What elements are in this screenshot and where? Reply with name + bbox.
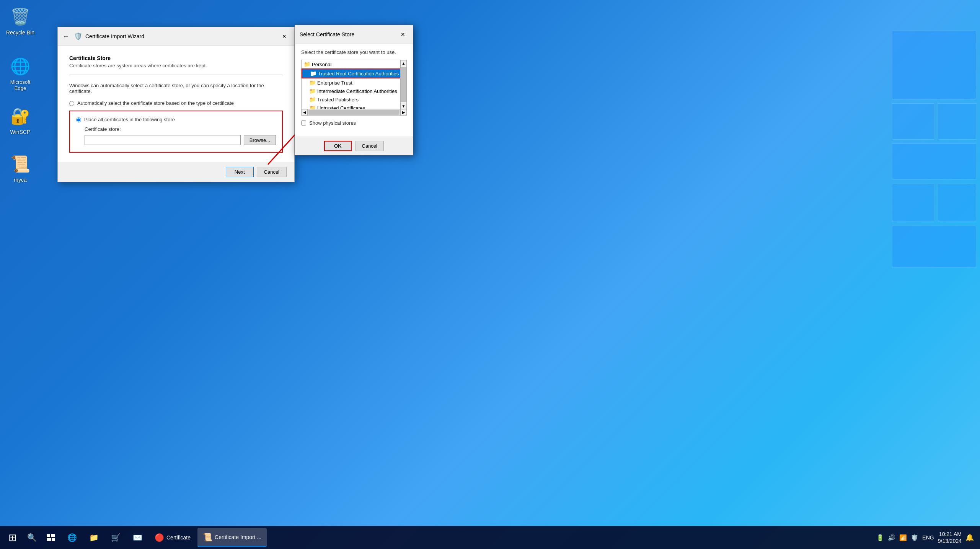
search-button[interactable]: 🔍	[22, 528, 41, 547]
svg-rect-3	[51, 534, 55, 537]
tree-item-trusted-publishers[interactable]: 📁 Trusted Publishers	[302, 95, 406, 104]
edge-label: MicrosoftEdge	[10, 79, 31, 91]
wizard-back-button[interactable]: ←	[62, 33, 69, 41]
tree-item-intermediate-ca[interactable]: 📁 Intermediate Certification Authorities	[302, 87, 406, 95]
wizard-store-box: Place all certificates in the following …	[69, 111, 283, 153]
wizard-browse-button[interactable]: Browse...	[244, 135, 276, 145]
svg-rect-5	[52, 538, 55, 541]
desktop-icon-recycle-bin[interactable]: 🗑️ Recycle Bin	[3, 4, 38, 38]
winscp-label: WinSCP	[10, 129, 31, 135]
h-scroll-right[interactable]: ▶	[400, 109, 406, 116]
cert-store-physical-stores-checkbox[interactable]	[301, 121, 306, 125]
cert-store-scrollbar[interactable]: ▲ ▼	[400, 60, 406, 109]
wizard-radio-auto-label: Automatically select the certificate sto…	[77, 100, 234, 106]
recycle-bin-icon: 🗑️	[10, 6, 31, 27]
taskbar: ⊞ 🔍 🌐 📁 🛒 ✉️ 🔴	[0, 526, 980, 549]
taskbar-clock[interactable]: 10:21 AM 9/13/2024	[938, 531, 962, 544]
cert-store-content: Select the certificate store you want to…	[295, 44, 413, 137]
cert-store-title: Select Certificate Store	[300, 31, 398, 37]
desktop-icon-edge[interactable]: 🌐 MicrosoftEdge	[3, 54, 38, 93]
taskbar-app-explorer[interactable]: 📁	[84, 528, 104, 547]
scroll-down-arrow[interactable]: ▼	[401, 103, 407, 109]
wizard-content: Certificate Store Certificate stores are…	[58, 46, 294, 162]
tree-item-personal-label: Personal	[312, 62, 331, 67]
wizard-radio-place-label: Place all certificates in the following …	[84, 117, 175, 122]
explorer-taskbar-icon: 📁	[89, 533, 99, 542]
desktop-icon-myca[interactable]: 📜 myca	[3, 151, 38, 186]
wizard-radio-auto-input[interactable]	[69, 101, 74, 106]
myca-label: myca	[14, 177, 26, 183]
cert-store-tree[interactable]: 📁 Personal 📁 Trusted Root Certification …	[301, 60, 407, 109]
network-icon: 📶	[899, 534, 907, 541]
taskbar-certificate-label: Certificate	[166, 534, 191, 541]
desktop-icon-winscp[interactable]: 🔐 WinSCP	[3, 103, 38, 138]
wizard-radio-auto[interactable]: Automatically select the certificate sto…	[69, 100, 283, 106]
taskview-button[interactable]	[41, 528, 60, 547]
wizard-radio-place-input[interactable]	[76, 117, 81, 122]
taskbar-date: 9/13/2024	[938, 538, 962, 544]
win-decoration	[873, 23, 980, 268]
taskbar-app-certificate[interactable]: 🔴 Certificate	[149, 528, 196, 547]
cert-store-footer: OK Cancel	[295, 137, 413, 155]
taskbar-app-cert-import[interactable]: 📜 Certificate Import ...	[197, 528, 267, 547]
cert-store-prompt: Select the certificate store you want to…	[301, 49, 407, 55]
cert-import-taskbar-icon: 📜	[203, 533, 212, 542]
start-button[interactable]: ⊞	[3, 528, 22, 547]
taskbar-app-mail[interactable]: ✉️	[127, 528, 148, 547]
wizard-next-button[interactable]: Next	[226, 167, 254, 177]
select-certificate-store-dialog: Select Certificate Store ✕ Select the ce…	[295, 25, 413, 155]
wizard-cancel-button[interactable]: Cancel	[257, 167, 287, 177]
tree-item-enterprise-trust[interactable]: 📁 Enterprise Trust	[302, 78, 406, 87]
taskbar-system-icons: 🔋 🔊 📶 🛡️ ENG	[876, 534, 934, 541]
h-scroll-thumb[interactable]	[308, 110, 400, 115]
wizard-store-input-area: Certificate store: Browse...	[76, 126, 276, 145]
cert-store-titlebar: Select Certificate Store ✕	[295, 25, 413, 44]
folder-icon-personal: 📁	[304, 61, 310, 67]
wizard-section-title: Certificate Store	[69, 55, 283, 61]
svg-rect-2	[47, 534, 50, 537]
taskbar-app-edge[interactable]: 🌐	[62, 528, 82, 547]
wizard-close-button[interactable]: ✕	[279, 31, 290, 42]
language-icon: ENG	[922, 534, 934, 541]
taskbar-app-store[interactable]: 🛒	[106, 528, 126, 547]
store-taskbar-icon: 🛒	[111, 533, 121, 542]
folder-icon-trusted-root: 📁	[310, 70, 316, 77]
taskview-icon	[47, 534, 55, 541]
notification-icon[interactable]: 🔔	[965, 533, 974, 542]
speaker-icon: 🔊	[888, 534, 895, 541]
wizard-store-input[interactable]	[85, 135, 241, 145]
svg-rect-4	[47, 538, 51, 541]
wizard-title: Certificate Import Wizard	[85, 33, 276, 39]
h-scroll-left[interactable]: ◀	[302, 109, 308, 116]
scroll-up-arrow[interactable]: ▲	[401, 60, 407, 66]
certificate-import-wizard: ← 🛡️ Certificate Import Wizard ✕ Certifi…	[57, 27, 295, 182]
edge-taskbar-icon: 🌐	[67, 533, 77, 542]
wizard-title-icon: 🛡️	[74, 32, 82, 41]
tree-item-intermediate-label: Intermediate Certification Authorities	[317, 88, 397, 94]
taskbar-apps: 🌐 📁 🛒 ✉️ 🔴 Certificate 📜 Certificate Imp…	[62, 528, 267, 547]
wizard-radio-place[interactable]: Place all certificates in the following …	[76, 117, 276, 122]
folder-icon-untrusted: 📁	[309, 105, 316, 109]
shield-taskbar-icon: 🛡️	[911, 534, 918, 541]
tree-item-untrusted[interactable]: 📁 Untrusted Certificates	[302, 104, 406, 109]
cert-taskbar-icon: 🔴	[155, 533, 164, 542]
wizard-store-label: Certificate store:	[85, 126, 276, 132]
wizard-body-text: Windows can automatically select a certi…	[69, 83, 283, 94]
recycle-bin-label: Recycle Bin	[6, 29, 34, 36]
tree-item-trusted-root-label: Trusted Root Certification Authorities	[318, 71, 399, 77]
taskbar-cert-import-label: Certificate Import ...	[215, 534, 261, 540]
tree-item-untrusted-label: Untrusted Certificates	[317, 105, 365, 110]
scroll-thumb[interactable]	[401, 67, 406, 102]
cert-cancel-button[interactable]: Cancel	[355, 141, 384, 151]
wizard-divider	[69, 75, 283, 75]
winscp-icon: 🔐	[10, 106, 31, 127]
h-scrollbar[interactable]: ◀ ▶	[301, 109, 407, 116]
cert-store-close-button[interactable]: ✕	[398, 29, 408, 40]
cert-store-physical-stores-label: Show physical stores	[309, 120, 356, 126]
tree-item-trusted-root[interactable]: 📁 Trusted Root Certification Authorities	[302, 68, 406, 78]
wizard-footer: Next Cancel	[58, 162, 294, 182]
cert-ok-button[interactable]: OK	[324, 141, 352, 151]
desktop: 🗑️ Recycle Bin 🌐 MicrosoftEdge 🔐 WinSCP …	[0, 0, 980, 549]
cert-store-physical-stores-row[interactable]: Show physical stores	[301, 120, 407, 126]
tree-item-personal[interactable]: 📁 Personal	[302, 60, 406, 68]
